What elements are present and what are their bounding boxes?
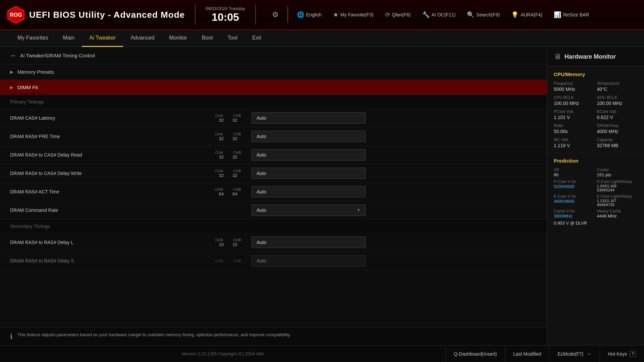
language-label: English — [306, 12, 322, 17]
nav-my-favorites[interactable]: My Favorites — [10, 30, 56, 47]
table-row: DRAM RAS# to RAS# Delay L CHA CHB 10 10 … — [0, 233, 547, 252]
dram-cmd-rate-label: DRAM Command Rate — [10, 207, 211, 213]
qfan-button[interactable]: ⟳ Qfan(F6) — [382, 10, 414, 20]
chb-label-4: CHB — [233, 187, 241, 191]
chb-val-2: 32 — [232, 155, 237, 160]
header-divider — [195, 5, 196, 25]
ez-mode-button[interactable]: EzMode(F7) → — [549, 346, 599, 362]
cpu-memory-section: CPU/Memory Frequency 5000 MHz Temperatur… — [547, 67, 644, 153]
ecore-volt-value: 0.622 V — [597, 115, 638, 120]
temperature-value: 40°C — [597, 86, 638, 92]
footer-buttons: Q-Dashboard(Insert) Last Modified EzMode… — [445, 346, 644, 362]
nav-tool[interactable]: Tool — [220, 30, 245, 47]
rog-logo-icon: ROG — [7, 6, 25, 24]
dram-cas-latency-value: Auto — [252, 112, 537, 124]
pcore-lh-value: 1.243/1.1685389/5244 — [597, 184, 638, 192]
dram-freq-value: 4000 MHz — [597, 129, 638, 134]
settings-icon[interactable]: ⚙ — [269, 9, 281, 21]
cha-val-3: 32 — [219, 173, 224, 178]
list-item: Ratio 50.00x — [554, 123, 594, 134]
dimm-fit-arrow: ▶ — [10, 85, 13, 90]
info-icon: ℹ — [10, 333, 13, 341]
table-row: DRAM Command Rate Auto ▼ — [0, 201, 547, 220]
monitor-icon: 🖥 — [554, 52, 561, 61]
table-row: DRAM RAS# PRE Time CHA CHB 32 32 Auto — [0, 127, 547, 146]
dram-freq-label: DRAM Freq. — [597, 123, 638, 128]
tools-divider — [287, 6, 288, 23]
prediction-grid: SP 80 Cooler 151 pts P-Core V for 5200/5… — [554, 168, 637, 226]
cha-val-4: 64 — [219, 191, 224, 196]
list-item: Frequency 5000 MHz — [554, 81, 594, 92]
table-row: DRAM CAS# Latency CHA CHB 32 32 Auto — [0, 109, 547, 127]
dram-ras-ras-delay-s-box[interactable]: Auto — [252, 255, 366, 266]
hardware-monitor-panel: 🖥 Hardware Monitor CPU/Memory Frequency … — [547, 47, 644, 345]
ez-mode-label: EzMode(F7) — [557, 351, 583, 357]
nav-monitor[interactable]: Monitor — [162, 30, 194, 47]
pcore-volt-label: PCore Volt. — [554, 109, 594, 114]
list-item: PCore Volt. 1.101 V — [554, 109, 594, 120]
language-button[interactable]: 🌐 English — [294, 10, 324, 20]
qfan-icon: ⟳ — [385, 11, 390, 18]
my-favorite-button[interactable]: ★ My Favorite(F3) — [330, 10, 376, 20]
dram-ras-act-box[interactable]: Auto — [252, 186, 366, 197]
dram-ras-pre-box[interactable]: Auto — [252, 131, 366, 142]
pcore-volt-value: 1.101 V — [554, 115, 594, 120]
resize-icon: 📊 — [554, 11, 561, 18]
secondary-timings-header: Secondary Timings — [0, 220, 547, 233]
list-item: MC Volt. 1.119 V — [554, 137, 594, 148]
cha-label-3: CHA — [215, 169, 223, 173]
list-item: Heavy Cache 4446 MHz — [597, 209, 638, 219]
cha-val-1: 32 — [219, 136, 224, 141]
nav-exit[interactable]: Exit — [245, 30, 269, 47]
dimm-fit-item[interactable]: ▶ DIMM Fit — [0, 80, 547, 95]
dram-cmd-rate-dropdown[interactable]: Auto ▼ — [252, 204, 366, 216]
dram-ras-cas-read-box[interactable]: Auto — [252, 149, 366, 161]
dimm-fit-label: DIMM Fit — [17, 84, 38, 90]
dram-cas-latency-box[interactable]: Auto — [252, 112, 366, 124]
list-item: Cache V for 3800MHz — [554, 209, 594, 219]
temperature-label: Temperature — [597, 81, 638, 86]
nav-advanced[interactable]: Advanced — [123, 30, 162, 47]
sp-label: SP — [554, 168, 594, 172]
q-dashboard-button[interactable]: Q-Dashboard(Insert) — [445, 346, 505, 362]
chb-label-2: CHB — [233, 150, 241, 155]
dram-ras-ras-delay-l-box[interactable]: Auto — [252, 237, 366, 248]
list-item: DRAM Freq. 4000 MHz — [597, 123, 638, 134]
list-item: E-Core V for 4600/4600 — [554, 194, 594, 207]
dram-ras-cas-read-label: DRAM RAS# to CAS# Delay Read — [10, 152, 211, 158]
search-button[interactable]: 🔍 Search(F9) — [464, 10, 502, 20]
nav-boot[interactable]: Boot — [195, 30, 220, 47]
cha-label-s0: CHA — [215, 238, 223, 242]
dlvr-value: 0.903 V @ DLVR — [554, 221, 637, 226]
dram-ras-cas-write-box[interactable]: Auto — [252, 168, 366, 179]
heavy-cache-value: 4446 MHz — [597, 214, 638, 219]
list-item: 0.903 V @ DLVR — [554, 221, 637, 226]
list-item: Capacity 32768 MB — [597, 137, 638, 148]
memory-presets-item[interactable]: ▶ Memory Presets — [0, 64, 547, 80]
nav-ai-tweaker[interactable]: Ai Tweaker — [82, 30, 123, 47]
aura-button[interactable]: 💡 AURA(F4) — [508, 10, 545, 20]
mc-volt-value: 1.119 V — [554, 143, 594, 148]
frequency-label: Frequency — [554, 81, 594, 86]
nav-main[interactable]: Main — [56, 30, 82, 47]
breadcrumb-path: Ai Tweaker\DRAM Timing Control — [20, 53, 95, 58]
dram-ras-pre-channels: CHA CHB 32 32 — [211, 132, 245, 141]
aura-icon: 💡 — [511, 11, 519, 18]
table-row: DRAM RAS# to CAS# Delay Write CHA CHB 32… — [0, 164, 547, 183]
last-modified-label: Last Modified — [513, 351, 541, 357]
dram-cas-latency-label: DRAM CAS# Latency — [10, 115, 211, 121]
ai-oc-button[interactable]: 🔧 AI OC(F11) — [420, 10, 459, 20]
ecore-v-for-label: E-Core V for — [554, 194, 594, 199]
cha-val-2: 32 — [219, 155, 224, 160]
dram-ras-act-channels: CHA CHB 64 64 — [211, 187, 245, 196]
primary-timings-header: Primary Timings — [0, 95, 547, 109]
hot-keys-button[interactable]: Hot Keys ? — [600, 346, 644, 362]
list-item: SP 80 — [554, 168, 594, 177]
resize-bar-button[interactable]: 📊 ReSize BAR — [551, 10, 592, 20]
table-row: DRAM RAS# to RAS# Delay S CHA CHB Auto — [0, 252, 547, 270]
cha-val-0: 32 — [219, 118, 224, 123]
list-item: Temperature 40°C — [597, 81, 638, 92]
last-modified-button[interactable]: Last Modified — [505, 346, 549, 362]
back-button[interactable]: ← — [10, 52, 17, 59]
header-divider-2 — [255, 5, 256, 25]
